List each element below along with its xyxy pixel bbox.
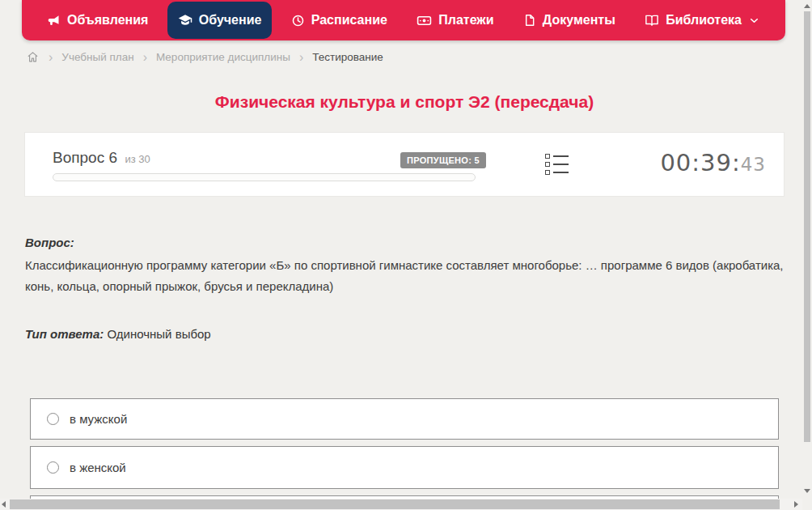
answer-option-label: в мужской bbox=[70, 412, 127, 426]
breadcrumb-separator-icon: › bbox=[49, 51, 53, 64]
open-book-icon bbox=[645, 13, 659, 28]
timer: 00:39:43 bbox=[660, 149, 766, 176]
nav-item-label: Расписание bbox=[311, 13, 387, 28]
horizontal-scrollbar-thumb[interactable] bbox=[10, 499, 780, 509]
radio-unchecked-icon[interactable] bbox=[47, 461, 59, 474]
scroll-left-arrow[interactable] bbox=[2, 501, 6, 508]
home-icon[interactable] bbox=[26, 50, 40, 64]
answer-option-2[interactable]: в женской bbox=[30, 446, 779, 489]
vertical-scrollbar-thumb[interactable] bbox=[804, 11, 810, 442]
graduation-cap-icon bbox=[178, 13, 192, 28]
timer-seconds: 43 bbox=[741, 154, 766, 175]
answer-type-value: Одиночный выбор bbox=[107, 327, 210, 341]
scroll-right-arrow[interactable] bbox=[794, 501, 798, 508]
nav-item-documents[interactable]: Документы bbox=[513, 2, 626, 39]
page-title: Физическая культура и спорт Э2 (пересдач… bbox=[24, 92, 785, 112]
nav-item-learning[interactable]: Обучение bbox=[167, 2, 273, 39]
question-text: Классификационную программу категории «Б… bbox=[25, 255, 784, 297]
question-number: Вопрос 6 bbox=[53, 149, 117, 166]
breadcrumb-link-discipline-event[interactable]: Мероприятие дисциплины bbox=[156, 51, 290, 63]
banknote-icon bbox=[417, 13, 432, 28]
megaphone-icon bbox=[47, 14, 61, 28]
timer-hours-minutes: 00:39: bbox=[660, 149, 740, 176]
scroll-up-arrow[interactable] bbox=[804, 4, 810, 8]
answer-type-label: Тип ответа: bbox=[25, 327, 104, 341]
answer-option-1[interactable]: в мужской bbox=[30, 398, 779, 440]
answer-type: Тип ответа: Одиночный выбор bbox=[25, 327, 211, 341]
breadcrumb-link-curriculum[interactable]: Учебный план bbox=[61, 51, 133, 63]
vertical-scrollbar bbox=[802, 0, 812, 499]
question-total: из 30 bbox=[125, 153, 150, 165]
nav-item-library[interactable]: Библиотека bbox=[634, 2, 771, 39]
scroll-down-arrow[interactable] bbox=[804, 489, 810, 493]
nav-item-payments[interactable]: Платежи bbox=[406, 2, 504, 39]
breadcrumb-separator-icon: › bbox=[299, 51, 303, 64]
document-icon bbox=[523, 14, 536, 27]
clock-icon bbox=[291, 14, 305, 28]
nav-item-schedule[interactable]: Расписание bbox=[281, 2, 398, 39]
missed-badge: ПРОПУЩЕНО: 5 bbox=[400, 152, 486, 168]
breadcrumb-separator-icon: › bbox=[143, 51, 147, 64]
nav-item-label: Обучение bbox=[199, 13, 262, 28]
nav-item-label: Библиотека bbox=[666, 13, 742, 28]
question-counter: Вопрос 6 из 30 bbox=[53, 149, 150, 167]
nav-item-label: Объявления bbox=[67, 13, 148, 28]
nav-item-label: Документы bbox=[543, 13, 615, 28]
question-list-icon[interactable] bbox=[545, 154, 569, 175]
main-navbar: Объявления Обучение Расписание Платежи Д… bbox=[22, 0, 785, 40]
answer-option-label: в женской bbox=[70, 461, 126, 474]
question-label: Вопрос: bbox=[25, 236, 74, 249]
horizontal-scrollbar bbox=[0, 499, 802, 510]
question-header-card: Вопрос 6 из 30 ПРОПУЩЕНО: 5 00:39:43 bbox=[24, 132, 785, 197]
chevron-down-icon bbox=[748, 15, 760, 27]
nav-item-label: Платежи bbox=[438, 13, 493, 28]
breadcrumb: › Учебный план › Мероприятие дисциплины … bbox=[26, 50, 383, 64]
nav-item-announcements[interactable]: Объявления bbox=[36, 2, 159, 39]
breadcrumb-current: Тестирование bbox=[312, 51, 383, 63]
progress-bar bbox=[53, 173, 476, 181]
scrollbar-corner bbox=[802, 499, 812, 510]
radio-unchecked-icon[interactable] bbox=[47, 413, 59, 425]
